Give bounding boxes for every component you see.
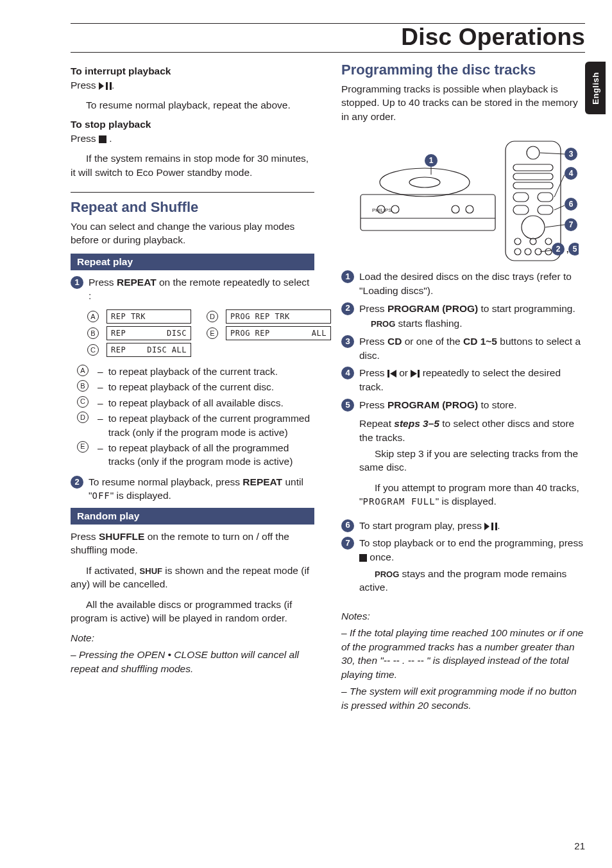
section-rule bbox=[71, 192, 314, 193]
opt-A-letter: A bbox=[87, 311, 99, 322]
display-col-right: DPROG REP TRK EPROG REPALL bbox=[207, 309, 331, 357]
right-notes-heading: Notes: bbox=[341, 609, 585, 623]
s3-d: CD 1~5 bbox=[463, 336, 497, 347]
disp-B-l: REP bbox=[111, 329, 126, 338]
repeat-shuffle-heading: Repeat and Shuffle bbox=[71, 199, 314, 216]
svg-rect-13 bbox=[513, 173, 553, 180]
language-tab: English bbox=[585, 62, 606, 114]
opt-C-mark: C bbox=[77, 396, 89, 408]
svg-line-47 bbox=[540, 250, 552, 252]
s5-p4-seg: PROGRAM FULL bbox=[363, 496, 436, 507]
disp-D-box: PROG REP TRK bbox=[226, 309, 331, 324]
step-bullet-7r: 7 bbox=[341, 537, 354, 550]
svg-rect-17 bbox=[513, 205, 529, 214]
prog-step-3: 3 Press CD or one of the CD 1~5 buttons … bbox=[341, 334, 585, 362]
interrupt-press-pre: Press bbox=[71, 80, 99, 91]
prog-step7-body: To stop playback or to end the programmi… bbox=[359, 536, 585, 600]
svg-line-38 bbox=[554, 205, 565, 210]
page-title: Disc Operations bbox=[401, 24, 585, 51]
repeat-play-bar: Repeat play bbox=[71, 254, 314, 270]
prog-step-6: 6 To start program play, press . bbox=[341, 519, 585, 533]
random-p3-text: All the available discs or programmed tr… bbox=[71, 598, 314, 625]
opt-D-text: to repeat playback of the current progra… bbox=[108, 412, 314, 439]
step-bullet-5r: 5 bbox=[341, 399, 354, 412]
step-bullet-1: 1 bbox=[71, 276, 83, 289]
svg-text:3: 3 bbox=[569, 150, 574, 159]
svg-rect-12 bbox=[513, 164, 553, 171]
svg-text:2: 2 bbox=[556, 245, 561, 254]
s5-p3: Skip step 3 if you are selecting tracks … bbox=[359, 447, 585, 474]
opt-C: C–to repeat playback of all available di… bbox=[77, 396, 314, 410]
step-bullet-1r: 1 bbox=[341, 270, 354, 283]
right-note-1: – If the total playing time reached 100 … bbox=[341, 626, 585, 682]
repeat-step2-body: To resume normal playback, press REPEAT … bbox=[89, 475, 314, 503]
stop-heading: To stop playback bbox=[71, 119, 314, 130]
svg-rect-14 bbox=[513, 182, 553, 189]
opt-A-mark: A bbox=[77, 365, 89, 376]
disp-A-box: REP TRK bbox=[106, 309, 191, 324]
random-p2: If activated, SHUF is shown and the repe… bbox=[71, 564, 314, 591]
prev-icon bbox=[387, 370, 396, 378]
prog-step4-body: Press or repeatedly to select the desire… bbox=[359, 366, 585, 394]
language-label: English bbox=[591, 72, 600, 104]
s5-p2-b: steps 3–5 bbox=[394, 418, 439, 429]
prog-step6-body: To start program play, press . bbox=[359, 519, 500, 533]
s2-sub-sc: PROG bbox=[371, 319, 395, 329]
repeat-step-2-list: 2 To resume normal playback, press REPEA… bbox=[71, 475, 314, 503]
repeat-step2-a: To resume normal playback, press bbox=[89, 476, 242, 487]
s2-sub: starts flashing. bbox=[395, 318, 462, 329]
step-bullet-3r: 3 bbox=[341, 335, 354, 348]
s2-a: Press bbox=[359, 303, 387, 314]
prog-step2-body: Press PROGRAM (PROG) to start programmin… bbox=[359, 302, 575, 331]
svg-text:PHILIPS: PHILIPS bbox=[372, 207, 392, 213]
title-underline bbox=[71, 52, 585, 53]
prog-step1-body: Load the desired discs on the disc trays… bbox=[359, 270, 585, 297]
random-p2-a: If activated, bbox=[86, 565, 140, 576]
svg-rect-15 bbox=[513, 193, 529, 202]
opt-D-mark: D bbox=[77, 412, 89, 423]
title-row: Disc Operations bbox=[71, 20, 585, 52]
s7-sub-wrap: PROG stays and the program mode remains … bbox=[359, 567, 585, 595]
page: { "page": { "title": "Disc Operations", … bbox=[0, 0, 612, 868]
s7-sub-sc: PROG bbox=[375, 569, 399, 579]
display-modes: AREP TRK BREPDISC CREPDISC ALL DPROG REP… bbox=[87, 309, 314, 357]
step-bullet-2r: 2 bbox=[341, 302, 354, 315]
svg-point-19 bbox=[522, 216, 545, 239]
opt-E-text: to repeat playback of all the programmed… bbox=[108, 441, 314, 469]
opt-E-letter: E bbox=[207, 327, 218, 339]
svg-point-22 bbox=[545, 238, 552, 245]
svg-point-23 bbox=[514, 248, 521, 255]
repeat-step2-seg: OFF bbox=[92, 490, 110, 501]
s2-b: PROGRAM (PROG) bbox=[387, 303, 478, 314]
random-p3: All the available discs or programmed tr… bbox=[71, 598, 314, 625]
s3-b: CD bbox=[387, 336, 402, 347]
disp-E-r: ALL bbox=[312, 329, 327, 338]
page-number: 21 bbox=[574, 840, 585, 851]
s1-b: Loading discs bbox=[363, 285, 424, 296]
opt-E-mark: E bbox=[77, 441, 89, 453]
s4-a: Press bbox=[359, 367, 387, 378]
svg-line-35 bbox=[554, 175, 565, 197]
prog-step5-body: Press PROGRAM (PROG) to store. Repeat st… bbox=[359, 398, 585, 515]
disp-D: DPROG REP TRK bbox=[207, 309, 331, 324]
repeat-option-list: A–to repeat playback of the current trac… bbox=[77, 365, 314, 469]
repeat-step-1: 1 Press REPEAT on the remote repeatedly … bbox=[71, 275, 314, 303]
step-bullet-6r: 6 bbox=[341, 519, 354, 532]
stop-press-tail: . bbox=[106, 133, 112, 144]
programming-steps: 1 Load the desired discs on the disc tra… bbox=[341, 270, 585, 600]
opt-C-text: to repeat playback of all available disc… bbox=[108, 396, 314, 410]
svg-text:4: 4 bbox=[569, 169, 574, 178]
svg-text:5: 5 bbox=[573, 245, 577, 254]
disp-B-r: DISC bbox=[167, 329, 187, 338]
next-icon bbox=[411, 370, 420, 378]
display-col-left: AREP TRK BREPDISC CREPDISC ALL bbox=[87, 309, 191, 357]
opt-E: E–to repeat playback of all the programm… bbox=[77, 441, 314, 469]
random-p1: Press SHUFFLE on the remote to turn on /… bbox=[71, 530, 314, 557]
stop-press: Press . bbox=[71, 132, 314, 145]
svg-point-11 bbox=[527, 146, 540, 159]
stop-p2-text: If the system remains in stop mode for 3… bbox=[71, 152, 314, 179]
s5-b: PROGRAM (PROG) bbox=[387, 399, 478, 410]
prog-step-1: 1 Load the desired discs on the disc tra… bbox=[341, 270, 585, 297]
stop-icon-2 bbox=[359, 554, 367, 562]
random-p1-b: SHUFFLE bbox=[99, 531, 144, 542]
